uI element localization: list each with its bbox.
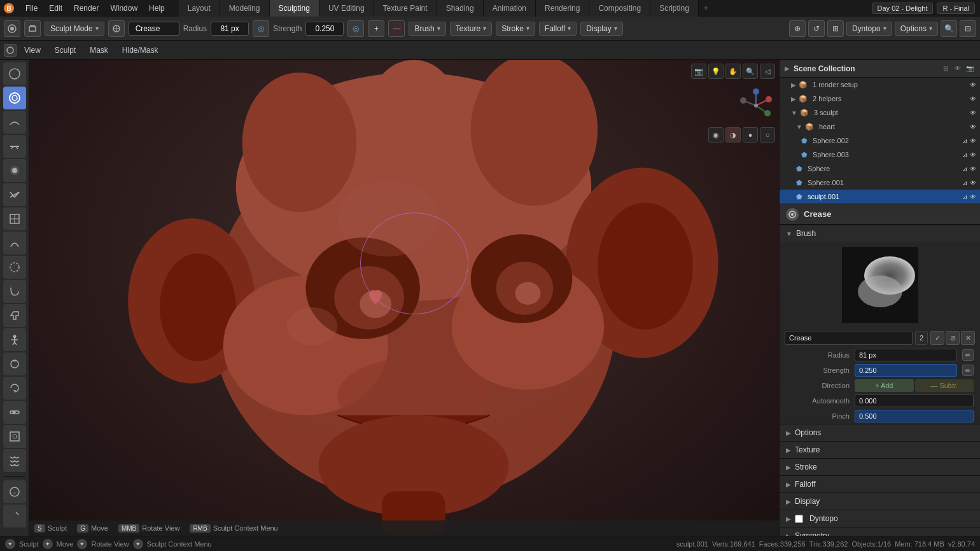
brush-name-input[interactable]: Crease [785,331,913,345]
tool-blob[interactable] [3,62,26,85]
viewport-solid-icon[interactable]: ● [743,127,758,143]
options-dropdown[interactable]: Options [895,22,938,36]
tab-texture-paint[interactable]: Texture Paint [374,0,437,17]
autosmooth-prop-field[interactable]: 0.000 [855,394,974,407]
radius-value[interactable]: 81 px [211,22,249,36]
tree-item-sphere[interactable]: ⬟ Sphere ⊿ 👁 [780,162,980,176]
display-dropdown[interactable]: Display [580,22,622,36]
viewport-overlay-btn[interactable]: ⊕ [789,20,806,37]
brush-unlink-icon[interactable]: ⊘ [946,331,960,345]
menu-file[interactable]: File [20,3,43,14]
menu-help[interactable]: Help [144,3,170,14]
tool-thumb[interactable] [3,304,26,327]
strength-pressure-btn[interactable]: ◎ [347,20,364,37]
tab-shading[interactable]: Shading [437,0,484,17]
tool-pinch[interactable] [3,232,26,255]
snap-btn[interactable]: ⊞ [827,20,844,37]
tab-uv-editing[interactable]: UV Editing [319,0,374,17]
tab-modeling[interactable]: Modeling [220,0,270,17]
tree-item-sculpt[interactable]: ▼ 📦 3 sculpt 👁 [780,106,980,120]
dyntopo-dropdown[interactable]: Dyntopo [846,22,892,36]
display-section-header[interactable]: ▶ Display [780,493,980,510]
vis-icon-8b[interactable]: 👁 [970,179,976,186]
radius-edit-icon[interactable]: ✏ [962,349,974,361]
vis-icon-2[interactable]: 👁 [970,95,976,102]
gizmo-btn[interactable]: ↺ [808,20,825,37]
vis-icon-5b[interactable]: 👁 [970,137,976,144]
coll-icon-render[interactable]: 📷 [965,64,975,74]
options-section-header[interactable]: ▶ Options [780,424,980,441]
brush-close-icon[interactable]: ✕ [961,331,975,345]
tab-sculpting[interactable]: Sculpting [270,0,319,17]
mode-icon-btn[interactable] [4,20,20,37]
viewport-collapse-icon[interactable]: ◁ [760,64,775,79]
tool-crease[interactable] [3,87,26,109]
vis-icon-6[interactable]: ⊿ [962,151,967,158]
menu-edit[interactable]: Edit [44,3,67,14]
vis-icon-7[interactable]: ⊿ [962,165,967,172]
tool-snake-hook[interactable] [3,280,26,303]
stroke-dropdown[interactable]: Stroke [496,22,535,36]
menu-window[interactable]: Window [105,3,143,14]
stroke-section-header[interactable]: ▶ Stroke [780,459,980,475]
sub-mask[interactable]: Mask [83,45,115,56]
viewport-light-icon[interactable]: 💡 [708,64,724,79]
strength-edit-icon[interactable]: ✏ [962,365,974,376]
filter-btn[interactable]: ⊟ [960,20,976,37]
pinch-prop-field[interactable]: 0.500 [855,410,974,422]
brush-number[interactable]: 2 [915,331,928,345]
sub-sculpt[interactable]: Sculpt [48,45,82,56]
viewport-wire-icon[interactable]: ○ [760,127,775,143]
sculpt-mode-dropdown[interactable]: Sculpt Mode [45,22,104,36]
viewport-shading-icon[interactable]: ◑ [725,127,741,143]
tool-nudge[interactable] [3,352,26,375]
tab-animation[interactable]: Animation [484,0,536,17]
viewport-material-icon[interactable]: ◉ [708,127,724,143]
brush-dropdown[interactable]: Brush [409,22,445,36]
vis-icon-8[interactable]: ⊿ [962,179,967,186]
tab-rendering[interactable]: Rendering [536,0,589,17]
sculpt-mode-small-icon[interactable] [4,44,17,57]
viewport-3d[interactable]: 📷 💡 ✋ 🔍 ◁ [29,60,779,536]
tool-rotate[interactable] [3,377,26,400]
brush-name-field[interactable]: Crease [129,22,179,36]
tab-compositing[interactable]: Compositing [589,0,650,17]
sub-hide-mask[interactable]: Hide/Mask [116,45,165,56]
brush-checkmark-icon[interactable]: ✓ [930,331,944,345]
vis-icon-4[interactable]: 👁 [970,123,976,130]
tool-smooth[interactable] [3,111,26,134]
add-btn[interactable]: + [368,20,384,37]
coll-icon-filter[interactable]: ⊟ [941,64,951,74]
tool-pose[interactable] [3,328,26,351]
tool-slide[interactable] [3,401,26,424]
tool-cloth[interactable] [3,449,26,472]
tool-multires[interactable] [3,207,26,230]
strength-prop-field[interactable]: 0.250 [855,364,957,377]
texture-section-header[interactable]: ▶ Texture [780,442,980,458]
tree-item-helpers[interactable]: ▶ 📦 2 helpers 👁 [780,92,980,106]
tree-item-sphere001[interactable]: ⬟ Sphere.001 ⊿ 👁 [780,176,980,190]
tree-item-sphere002[interactable]: ⬟ Sphere.002 ⊿ 👁 [780,134,980,148]
tool-elastic[interactable] [3,256,26,279]
tool-scrape[interactable] [3,183,26,206]
vis-icon-7b[interactable]: 👁 [970,165,976,172]
direction-add-btn[interactable]: + Add [855,379,914,392]
search-btn[interactable]: 🔍 [941,20,957,37]
viewport[interactable]: 📷 💡 ✋ 🔍 ◁ [29,60,779,536]
tool-flatten[interactable] [3,135,26,158]
tab-layout[interactable]: Layout [179,0,220,17]
tool-boundary[interactable] [3,425,26,448]
vis-icon-3[interactable]: 👁 [970,109,976,116]
brush-section-header[interactable]: ▼ Brush [780,225,980,242]
tab-scripting[interactable]: Scripting [650,0,699,17]
falloff-section-header[interactable]: ▶ Falloff [780,476,980,492]
scene-icon-btn[interactable] [24,20,41,37]
falloff-dropdown[interactable]: Falloff [539,22,577,36]
subtract-btn[interactable]: — [388,20,405,37]
blender-logo[interactable]: B [0,0,18,17]
sub-sculpt-mode[interactable]: View [18,45,47,56]
vis-icon-9b[interactable]: 👁 [970,193,976,200]
add-workspace-tab[interactable]: + [699,0,713,17]
tree-item-sphere003[interactable]: ⬟ Sphere.003 ⊿ 👁 [780,148,980,162]
view-icon-btn[interactable] [108,20,125,37]
